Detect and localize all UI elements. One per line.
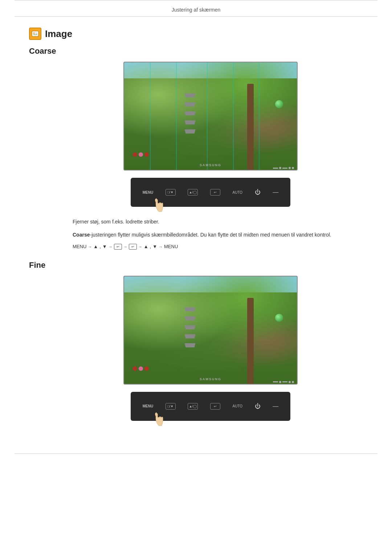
- pagoda-tier-3: [185, 107, 196, 116]
- nav-arrow-2: →: [109, 245, 113, 249]
- fine-monitor-display: SAMSUNG: [123, 276, 298, 385]
- pagoda-tier-5: [185, 125, 196, 134]
- coarse-title: Coarse: [29, 46, 363, 56]
- fine-up-btn: ▲/◯: [188, 403, 198, 410]
- fine-mode-icon: □/▼: [166, 403, 176, 410]
- fine-control-panel-wrapper: MENU □/▼ ▲/◯ ↩ AUTO ⏻ —: [58, 392, 363, 421]
- mode-icon: □/▼: [166, 189, 176, 196]
- ctrl-dot-1: [279, 167, 281, 169]
- coarse-control-panel: MENU □/▼ ▲/◯ ↩ AUTO ⏻ —: [131, 178, 290, 207]
- fine-mode-btn: □/▼: [166, 403, 176, 410]
- minus-btn: —: [273, 189, 278, 196]
- ctrl-line-2: [282, 168, 287, 169]
- coarse-bold: Coarse: [73, 232, 90, 238]
- pagoda-tier-1: [185, 89, 196, 98]
- fine-flower-1: [133, 366, 137, 371]
- fine-garden-background: [124, 276, 297, 384]
- pagoda-tier-2: [185, 98, 196, 107]
- fine-pagoda-tier-3: [185, 321, 196, 329]
- flower-1: [133, 152, 137, 157]
- nav-down-2: ▼: [152, 244, 157, 249]
- fine-enter-icon: ↩: [210, 403, 220, 410]
- flower-3: [144, 152, 149, 157]
- fine-monitor-image: SAMSUNG: [58, 276, 363, 385]
- image-icon: [29, 28, 41, 40]
- monitor-brand: SAMSUNG: [200, 163, 221, 167]
- fine-ctrl-dot-3: [292, 381, 294, 383]
- nav-enter-icon-1: ↩: [114, 244, 122, 250]
- green-ball: [275, 100, 283, 108]
- vstripe-4: [233, 62, 234, 170]
- coarse-control-panel-wrapper: MENU □/▼ ▲/◯ ↩ AUTO ⏻ —: [58, 178, 363, 207]
- menu-btn: MENU: [143, 190, 153, 194]
- fine-pagoda: [185, 303, 196, 362]
- fine-pagoda-tier-2: [185, 312, 196, 320]
- header-title: Justering af skærmen: [172, 7, 221, 13]
- fine-tree-trunk: [247, 298, 254, 384]
- garden-background: [124, 62, 297, 170]
- tree-trunk: [247, 84, 254, 170]
- mode-btn: □/▼: [166, 189, 176, 196]
- flower-2: [139, 152, 143, 157]
- auto-btn: AUTO: [232, 190, 242, 194]
- fine-green-ball: [275, 314, 283, 322]
- coarse-desc-2: Coarse-justeringen flytter muligvis skær…: [73, 231, 348, 239]
- fine-menu-btn: MENU: [143, 404, 153, 408]
- hand-cursor: [152, 195, 167, 213]
- power-btn: ⏻: [255, 189, 261, 196]
- ctrl-dot-3: [292, 167, 294, 169]
- fine-title: Fine: [29, 260, 363, 270]
- nav-menu-2: MENU: [164, 244, 178, 249]
- coarse-nav: MENU → ▲ , ▼ → ↩ → ↩ → ▲ , ▼ → MENU: [73, 244, 363, 250]
- fine-enter-btn: ↩: [210, 403, 220, 410]
- coarse-desc-1: Fjerner støj, som f.eks. lodrette stribe…: [73, 218, 348, 226]
- fine-hand-cursor: [152, 409, 167, 427]
- fine-minus-btn: —: [273, 403, 278, 410]
- fine-up-icon: ▲/◯: [188, 403, 198, 410]
- svg-point-2: [33, 32, 35, 34]
- nav-comma-2: ,: [150, 244, 151, 249]
- up-icon: ▲/◯: [188, 189, 198, 196]
- vstripe-3: [207, 62, 208, 170]
- bottom-border: [15, 454, 377, 454]
- fine-control-panel: MENU □/▼ ▲/◯ ↩ AUTO ⏻ —: [131, 392, 290, 421]
- vstripe-5: [259, 62, 260, 170]
- nav-enter-icon-2: ↩: [129, 244, 137, 250]
- enter-btn: ↩: [210, 189, 220, 196]
- fine-pagoda-tier-5: [185, 339, 196, 348]
- fine-ctrl-line-1: [273, 381, 278, 382]
- fine-flower-2: [139, 366, 143, 371]
- page-content: Image Coarse: [0, 17, 392, 446]
- fine-pagoda-tier-4: [185, 330, 196, 338]
- nav-arrow-4: →: [138, 245, 142, 249]
- pagoda-tier-4: [185, 116, 196, 124]
- fine-ctrl-dot-1: [279, 381, 281, 383]
- coarse-desc-2-rest: -justeringen flytter muligvis skærmbille…: [90, 232, 331, 238]
- coarse-monitor-image: SAMSUNG: [58, 62, 363, 171]
- fine-ctrl-dot-2: [289, 381, 291, 383]
- nav-arrow-3: →: [123, 245, 127, 249]
- ctrl-dot-2: [289, 167, 291, 169]
- image-section-header: Image: [29, 28, 363, 40]
- pagoda: [185, 89, 196, 148]
- ctrl-line-1: [273, 168, 278, 169]
- fine-power-btn: ⏻: [255, 403, 261, 410]
- image-section-title: Image: [45, 28, 72, 40]
- nav-comma-1: ,: [99, 244, 101, 249]
- monitor-controls-bar: [273, 167, 294, 169]
- nav-menu-1: MENU: [73, 244, 86, 249]
- nav-arrow-5: →: [159, 245, 163, 249]
- fine-flower-3: [144, 366, 149, 371]
- vstripe-2: [176, 62, 177, 170]
- nav-up-1: ▲: [93, 244, 98, 249]
- enter-icon: ↩: [210, 189, 220, 196]
- fine-ctrl-line-2: [282, 381, 287, 382]
- fine-auto-btn: AUTO: [232, 404, 242, 408]
- nav-down-1: ▼: [102, 244, 107, 249]
- page-header: Justering af skærmen: [15, 0, 377, 17]
- fine-pagoda-tier-1: [185, 303, 196, 312]
- coarse-section: Coarse: [29, 46, 363, 250]
- fine-monitor-brand: SAMSUNG: [200, 377, 221, 381]
- fine-monitor-controls-bar: [273, 381, 294, 383]
- fine-section: Fine: [29, 260, 363, 421]
